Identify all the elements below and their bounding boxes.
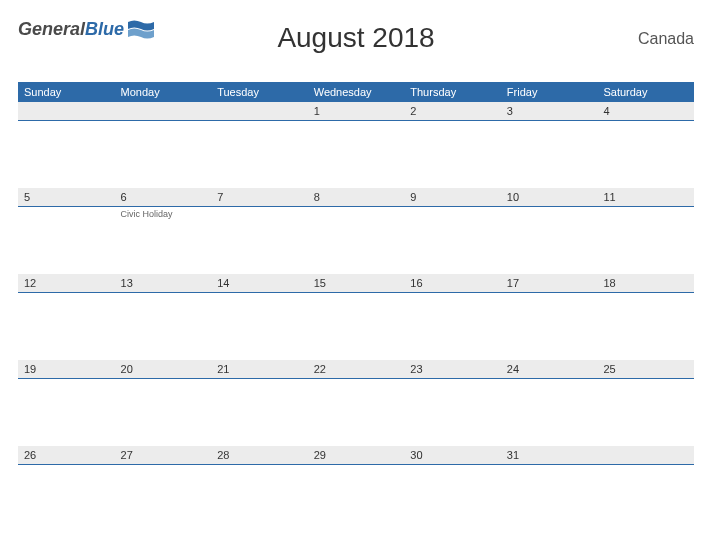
date-cell: 9: [404, 188, 501, 206]
date-row: 5 6 7 8 9 10 11: [18, 188, 694, 207]
event-cell: [18, 465, 115, 477]
event-cell: [115, 379, 212, 391]
week-block: 12 13 14 15 16 17 18: [18, 274, 694, 360]
event-cell: [211, 465, 308, 477]
date-cell: 8: [308, 188, 405, 206]
date-cell: 15: [308, 274, 405, 292]
logo: GeneralBlue: [18, 20, 154, 40]
event-cell: [404, 293, 501, 305]
date-row: 26 27 28 29 30 31: [18, 446, 694, 465]
event-cell: [18, 207, 115, 219]
date-cell: 2: [404, 102, 501, 120]
date-cell: [18, 102, 115, 120]
date-cell: 4: [597, 102, 694, 120]
event-cell: [115, 465, 212, 477]
event-cell: [18, 121, 115, 133]
date-row: 19 20 21 22 23 24 25: [18, 360, 694, 379]
date-row: 12 13 14 15 16 17 18: [18, 274, 694, 293]
event-cell: [308, 379, 405, 391]
event-cell: [404, 379, 501, 391]
date-cell: 31: [501, 446, 598, 464]
day-header: Friday: [501, 82, 598, 102]
logo-flag-icon: [128, 20, 154, 40]
date-cell: 10: [501, 188, 598, 206]
date-cell: 11: [597, 188, 694, 206]
calendar: Sunday Monday Tuesday Wednesday Thursday…: [18, 82, 694, 532]
event-row: [18, 465, 694, 477]
date-cell: 7: [211, 188, 308, 206]
week-spacer: [18, 391, 694, 446]
event-cell: [18, 293, 115, 305]
date-row: 1 2 3 4: [18, 102, 694, 121]
event-cell: [308, 465, 405, 477]
event-row: [18, 121, 694, 133]
event-cell: [501, 207, 598, 219]
day-header: Thursday: [404, 82, 501, 102]
event-row: [18, 293, 694, 305]
event-cell: [597, 379, 694, 391]
event-cell: [308, 207, 405, 219]
event-cell: Civic Holiday: [115, 207, 212, 219]
region-label: Canada: [638, 30, 694, 48]
event-cell: [597, 465, 694, 477]
event-row: [18, 379, 694, 391]
event-cell: [404, 465, 501, 477]
day-header: Wednesday: [308, 82, 405, 102]
event-cell: [404, 121, 501, 133]
week-block: 19 20 21 22 23 24 25: [18, 360, 694, 446]
event-row: Civic Holiday: [18, 207, 694, 219]
day-header: Tuesday: [211, 82, 308, 102]
event-cell: [115, 293, 212, 305]
week-spacer: [18, 219, 694, 274]
week-block: 1 2 3 4: [18, 102, 694, 188]
date-cell: 29: [308, 446, 405, 464]
week-spacer: [18, 133, 694, 188]
date-cell: 3: [501, 102, 598, 120]
event-cell: [115, 121, 212, 133]
event-cell: [501, 379, 598, 391]
day-header: Saturday: [597, 82, 694, 102]
date-cell: 23: [404, 360, 501, 378]
date-cell: 30: [404, 446, 501, 464]
event-cell: [308, 121, 405, 133]
week-block: 5 6 7 8 9 10 11 Civic Holiday: [18, 188, 694, 274]
date-cell: 16: [404, 274, 501, 292]
event-cell: [211, 207, 308, 219]
event-cell: [404, 207, 501, 219]
event-cell: [597, 293, 694, 305]
date-cell: 17: [501, 274, 598, 292]
week-spacer: [18, 305, 694, 360]
logo-text: GeneralBlue: [18, 20, 124, 38]
week-spacer: [18, 477, 694, 532]
event-cell: [211, 293, 308, 305]
date-cell: 18: [597, 274, 694, 292]
date-cell: [211, 102, 308, 120]
date-cell: 1: [308, 102, 405, 120]
date-cell: 27: [115, 446, 212, 464]
event-cell: [501, 121, 598, 133]
date-cell: 20: [115, 360, 212, 378]
date-cell: 13: [115, 274, 212, 292]
calendar-title: August 2018: [277, 22, 434, 54]
date-cell: 26: [18, 446, 115, 464]
logo-word-general: General: [18, 19, 85, 39]
event-cell: [18, 379, 115, 391]
event-cell: [597, 121, 694, 133]
date-cell: 12: [18, 274, 115, 292]
event-cell: [308, 293, 405, 305]
date-cell: 21: [211, 360, 308, 378]
date-cell: 14: [211, 274, 308, 292]
date-cell: 25: [597, 360, 694, 378]
date-cell: 28: [211, 446, 308, 464]
date-cell: 5: [18, 188, 115, 206]
day-header: Sunday: [18, 82, 115, 102]
event-cell: [211, 121, 308, 133]
event-cell: [211, 379, 308, 391]
day-header-row: Sunday Monday Tuesday Wednesday Thursday…: [18, 82, 694, 102]
event-cell: [501, 293, 598, 305]
event-cell: [501, 465, 598, 477]
date-cell: 24: [501, 360, 598, 378]
date-cell: 19: [18, 360, 115, 378]
event-cell: [597, 207, 694, 219]
date-cell: 22: [308, 360, 405, 378]
